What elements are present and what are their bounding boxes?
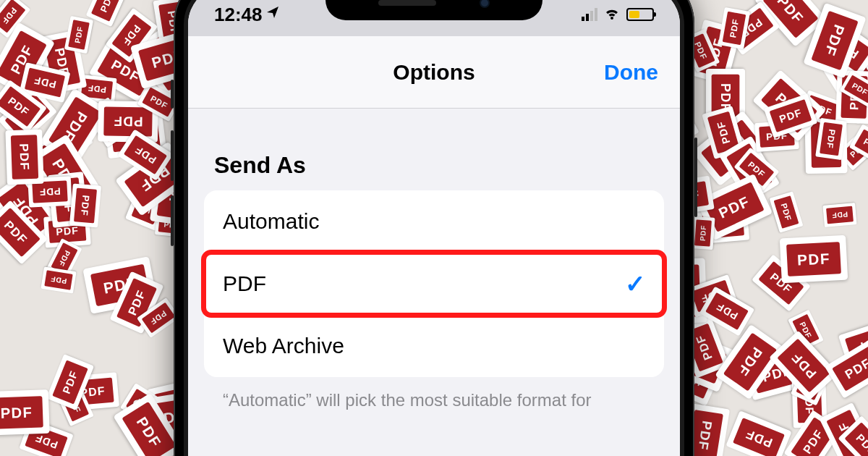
wifi-icon [603, 4, 621, 26]
option-label: Web Archive [223, 334, 344, 358]
screen: 12:48 Options Done Send As [188, 0, 680, 456]
page-title: Options [393, 60, 475, 85]
checkmark-icon: ✓ [625, 269, 645, 298]
volume-down-button [171, 195, 174, 246]
option-label: Automatic [223, 209, 319, 234]
option-web-archive[interactable]: Web Archive [204, 315, 664, 377]
option-automatic[interactable]: Automatic [204, 190, 664, 253]
speaker-grille [378, 0, 436, 6]
section-header: Send As [204, 138, 664, 190]
power-button [694, 138, 697, 217]
phone-frame: 12:48 Options Done Send As [174, 0, 694, 456]
option-label: PDF [223, 271, 266, 296]
battery-icon [626, 8, 654, 21]
mute-switch [171, 80, 174, 109]
front-camera [480, 0, 490, 8]
content-area: Send As Automatic PDF ✓ Web Archive “Aut… [188, 109, 680, 456]
cellular-signal-icon [582, 8, 597, 21]
nav-bar: Options Done [188, 36, 680, 109]
done-button[interactable]: Done [604, 60, 658, 85]
volume-up-button [171, 130, 174, 181]
send-as-list: Automatic PDF ✓ Web Archive [204, 190, 664, 377]
clock: 12:48 [214, 4, 263, 26]
option-pdf[interactable]: PDF ✓ [204, 253, 664, 315]
notch [326, 0, 542, 20]
location-icon [265, 5, 280, 24]
footer-note: “Automatic” will pick the most suitable … [204, 377, 664, 423]
